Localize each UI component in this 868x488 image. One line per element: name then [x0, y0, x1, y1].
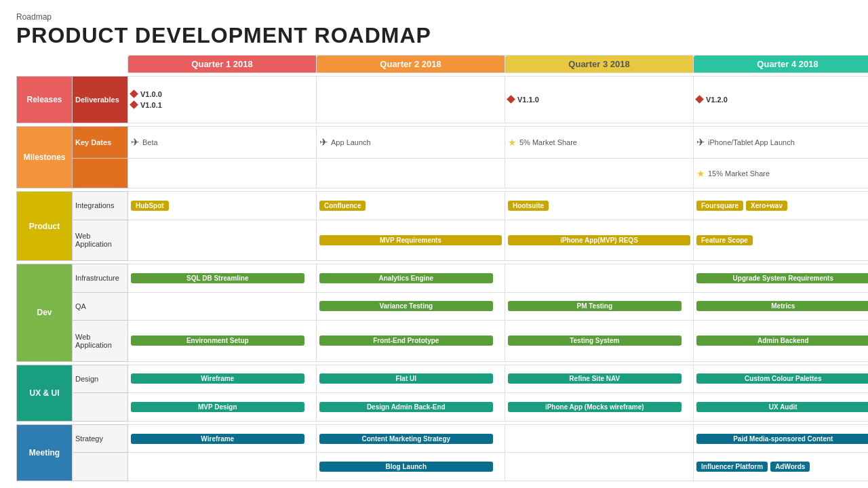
milestones-q4-row2: ★ 15% Market Share [694, 159, 869, 188]
ux-label: UX & UI [17, 365, 73, 421]
wireframe-meeting-tag: Wireframe [131, 434, 304, 444]
diamond-icon [130, 100, 138, 109]
dev-qa-q3: PM Testing [505, 292, 694, 321]
ux-design-row2: MVP Design Design Admin Back-End iPhone … [17, 393, 869, 422]
release-v101: V1.0.1 [131, 101, 313, 109]
ux-q1-row2: MVP Design [128, 393, 317, 422]
product-webapp-q3: iPhone App(MVP) REQS [505, 220, 694, 260]
dev-infra-q4: Upgrade System Requirements [694, 264, 869, 293]
product-integrations-q1: HubSpot [128, 192, 317, 220]
hubspot-tag: HubSpot [131, 201, 169, 211]
admin-backend-tag: Admin Backend [696, 336, 868, 346]
milestones-q4-row1: ✈ iPhone/Tablet App Launch [694, 126, 869, 159]
product-label: Product [17, 192, 73, 261]
releases-row: Releases Deliverables V1.0.0 V1.0.1 [17, 77, 869, 123]
release-v120: V1.2.0 [696, 96, 868, 104]
dev-qa-sub: QA [73, 292, 128, 321]
blog-launch-tag: Blog Launch [319, 462, 493, 472]
milestones-q3-row1: ★ 5% Market Share [505, 126, 694, 159]
releases-q3: V1.1.0 [505, 77, 694, 123]
foursquare-tag: Foursquare [696, 201, 743, 211]
confluence-tag: Confluence [319, 201, 366, 211]
paid-media-tag: Paid Media-sponsored Content [696, 434, 868, 444]
meeting-q4-row2: Influencer Platform AdWords [694, 453, 869, 481]
plane-icon: ✈ [319, 136, 328, 148]
diamond-icon [507, 95, 515, 104]
breadcrumb: Roadmap [16, 12, 852, 22]
meeting-q3-row2 [505, 453, 694, 481]
ux-q2-row1: Flat UI [317, 365, 505, 393]
quarter-3-header: Quarter 3 2018 [505, 56, 694, 73]
page-title: PRODUCT DEVELOPMENT ROADMAP [16, 23, 852, 48]
milestones-q1: ✈ Beta [128, 126, 317, 159]
ux-q3-row1: Refine Site NAV [505, 365, 694, 393]
ux-q2-row2: Design Admin Back-End [317, 393, 505, 422]
meeting-strategy-row1: Meeting Strategy Wireframe Content Marke… [17, 424, 869, 453]
releases-q2 [317, 77, 505, 123]
dev-webapp-q2: Front-End Prototype [317, 321, 505, 361]
star-icon: ★ [696, 168, 705, 179]
meeting-q1-row1: Wireframe [128, 424, 317, 453]
adwords-tag: AdWords [770, 462, 810, 472]
metrics-tag: Metrics [696, 301, 868, 311]
quarter-header-row: Quarter 1 2018 Quarter 2 2018 Quarter 3 … [17, 56, 869, 73]
ux-q4-row2: UX Audit [694, 393, 869, 422]
releases-q1: V1.0.0 V1.0.1 [128, 77, 317, 123]
flat-ui-tag: Flat UI [319, 373, 493, 384]
hootsuite-tag: Hootsuite [508, 201, 549, 211]
dev-infra-sub: Infrastructure [73, 264, 128, 293]
frontend-proto-tag: Front-End Prototype [319, 336, 493, 346]
plane-icon: ✈ [696, 136, 705, 148]
upgrade-system-tag: Upgrade System Requirements [696, 273, 868, 283]
meeting-label: Meeting [17, 424, 73, 481]
testing-system-tag: Testing System [508, 336, 682, 346]
ux-q3-row2: iPhone App (Mocks wireframe) [505, 393, 694, 422]
meeting-q3-row1 [505, 424, 694, 453]
ux-audit-tag: UX Audit [696, 402, 868, 412]
quarter-1-header: Quarter 1 2018 [128, 56, 317, 73]
milestones-sub: Key Dates [73, 126, 128, 159]
iphone-app-mocks-tag: iPhone App (Mocks wireframe) [508, 402, 682, 412]
analytics-engine-tag: Analytics Engine [319, 273, 493, 283]
mvp-design-tag: MVP Design [131, 402, 304, 412]
diamond-icon [695, 95, 704, 104]
pm-testing-tag: PM Testing [508, 301, 682, 311]
refine-site-nav-tag: Refine Site NAV [508, 373, 682, 384]
iphone-app-mvp-tag: iPhone App(MVP) REQS [508, 235, 690, 245]
product-integrations-q3: Hootsuite [505, 192, 694, 220]
meeting-q2-row2: Blog Launch [317, 453, 505, 481]
dev-qa-q2: Variance Testing [317, 292, 505, 321]
dev-webapp-q1: Environment Setup [128, 321, 317, 361]
dev-webapp-q3: Testing System [505, 321, 694, 361]
release-v100: V1.0.0 [131, 90, 313, 98]
dev-webapp-q4: Admin Backend [694, 321, 869, 361]
xerowav-tag: Xero+wav [746, 201, 787, 211]
meeting-q4-row1: Paid Media-sponsored Content [694, 424, 869, 453]
dev-infra-row: Dev Infrastructure SQL DB Streamline Ana… [17, 264, 869, 293]
releases-label: Releases [17, 77, 73, 123]
roadmap-table: Quarter 1 2018 Quarter 2 2018 Quarter 3 … [16, 55, 868, 481]
plane-icon: ✈ [131, 136, 140, 148]
product-webapp-sub: WebApplication [73, 220, 128, 260]
variance-testing-tag: Variance Testing [319, 301, 493, 311]
wireframe-tag: Wireframe [131, 373, 304, 384]
dev-webapp-row: WebApplication Environment Setup Front-E… [17, 321, 869, 361]
ux-q4-row1: Custom Colour Palettes [694, 365, 869, 393]
product-webapp-row: WebApplication MVP Requirements iPhone A… [17, 220, 869, 260]
ux-design-sub: Design [73, 365, 128, 393]
meeting-strategy-row2: Blog Launch Influencer Platform AdWords [17, 453, 869, 481]
custom-colour-tag: Custom Colour Palettes [696, 373, 868, 384]
sql-db-tag: SQL DB Streamline [131, 273, 304, 283]
dev-infra-q3 [505, 264, 694, 293]
product-webapp-q2: MVP Requirements [317, 220, 505, 260]
page: Roadmap PRODUCT DEVELOPMENT ROADMAP Quar… [0, 0, 868, 488]
milestones-q2-row1: ✈ App Launch [317, 126, 505, 159]
dev-qa-row: QA Variance Testing PM Testing Metrics [17, 292, 869, 321]
milestones-label: Milestones [17, 126, 73, 188]
product-integrations-q2: Confluence [317, 192, 505, 220]
quarter-4-header: Quarter 4 2018 [694, 56, 869, 73]
meeting-q2-row1: Content Marketing Strategy [317, 424, 505, 453]
dev-webapp-sub: WebApplication [73, 321, 128, 361]
dev-infra-q2: Analytics Engine [317, 264, 505, 293]
product-integrations-q4: Foursquare Xero+wav [694, 192, 869, 220]
